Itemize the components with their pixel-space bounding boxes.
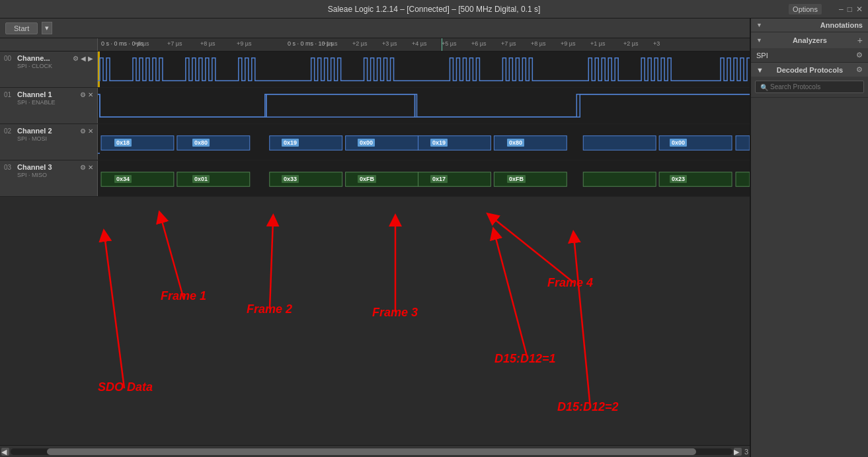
- svg-line-23: [494, 233, 528, 359]
- decoded-protocols-header[interactable]: ▼ Decoded Protocols ⚙: [751, 63, 868, 77]
- mosi-label-0x19b: 0x19: [430, 139, 448, 147]
- channel-nav-right-icon-0[interactable]: ▶: [88, 55, 93, 62]
- search-protocols-container: 🔍: [751, 77, 868, 97]
- ruler-tick-r3: +3 µs: [382, 40, 397, 47]
- decoded-triangle-icon: ▼: [756, 66, 764, 74]
- spi-analyzer-gear-icon[interactable]: ⚙: [856, 51, 863, 59]
- channel-num-3: 03: [4, 164, 15, 171]
- ruler-tick-8: +8 µs: [200, 40, 215, 47]
- channel-label-3: 03 Channel 3 ⚙ ✕ SPI · MISO: [0, 160, 98, 196]
- analyzers-section: ▼ Analyzers + SPI ⚙: [751, 32, 868, 63]
- svg-rect-13: [418, 172, 491, 187]
- channel-num-1: 01: [4, 91, 15, 98]
- channel-close-icon-2[interactable]: ✕: [88, 127, 93, 135]
- channel-settings-icon-0[interactable]: ⚙: [73, 55, 79, 62]
- channel-nav-left-icon-0[interactable]: ◀: [81, 55, 86, 62]
- svg-line-22: [104, 235, 124, 388]
- ruler-tick-9: +9 µs: [237, 40, 251, 47]
- channel-close-icon-3[interactable]: ✕: [88, 164, 93, 171]
- add-analyzer-button[interactable]: +: [857, 35, 863, 46]
- channel-waveform-3: 0x34 0x01 0x33 0xFB 0x17 0xFB 0x23: [98, 160, 750, 196]
- channel-settings-icon-3[interactable]: ⚙: [80, 164, 86, 171]
- channel-close-icon-1[interactable]: ✕: [88, 91, 93, 98]
- analyzers-title: Analyzers: [793, 36, 827, 44]
- decoded-protocols-gear-icon[interactable]: ⚙: [856, 65, 863, 74]
- ruler-tick-r12: +3: [653, 40, 660, 47]
- mosi-label-0x00b: 0x00: [670, 139, 687, 147]
- ruler-tick-r5: +5 µs: [442, 40, 456, 47]
- channel-name-0: Channe...: [17, 54, 50, 62]
- page-number: 3: [744, 448, 748, 456]
- start-button[interactable]: Start: [5, 22, 38, 34]
- channel-waveform-0: [98, 52, 750, 87]
- maximize-button[interactable]: □: [848, 5, 852, 14]
- arrows-svg: [98, 197, 750, 432]
- svg-rect-1: [177, 136, 250, 151]
- close-button[interactable]: ✕: [856, 5, 863, 14]
- annotation-overlay: Frame 1 Frame 2 Frame 3 Frame 4 SDO Data…: [98, 197, 750, 432]
- mosi-label-0x18: 0x18: [114, 139, 132, 147]
- channel-sub-3: SPI · MISO: [17, 172, 93, 178]
- right-panel: ▼ Annotations ▼ Analyzers + SPI ⚙ ▼ Deco…: [750, 18, 868, 457]
- d15d12-2-label: D15:D12=2: [557, 400, 619, 414]
- miso-label-0x17: 0x17: [430, 175, 448, 183]
- frame2-label: Frame 2: [247, 302, 292, 316]
- scroll-right-btn[interactable]: ▶: [734, 448, 742, 456]
- window-controls: – □ ✕: [839, 5, 863, 14]
- channel-settings-icon-2[interactable]: ⚙: [80, 127, 86, 135]
- channel-settings-icon-1[interactable]: ⚙: [80, 91, 86, 98]
- svg-rect-8: [736, 136, 750, 151]
- svg-rect-11: [270, 172, 342, 187]
- channel-row-2: 02 Channel 2 ⚙ ✕ SPI · MOSI: [0, 124, 750, 160]
- channel-labels-header: [0, 38, 98, 51]
- d15d12-1-label: D15:D12=1: [494, 352, 556, 366]
- channel-name-1: Channel 1: [17, 90, 52, 98]
- ruler-tick-r11: +2 µs: [623, 40, 638, 47]
- title-bar: Saleae Logic 1.2.14 – [Connected] – [500…: [0, 0, 868, 18]
- time-ruler-container: 0 s · 0 ms · 0 µs +6 µs +7 µs +8 µs +9 µ…: [0, 38, 750, 52]
- analyzers-header[interactable]: ▼ Analyzers +: [751, 32, 868, 48]
- frame3-label: Frame 3: [372, 306, 418, 320]
- app-title: Saleae Logic 1.2.14 – [Connected] – [500…: [328, 5, 541, 14]
- miso-label-0x01: 0x01: [192, 175, 210, 183]
- mosi-label-0x00: 0x00: [358, 139, 375, 147]
- channel-waveform-2: 0x18 0x80 0x19 0x00 0x19 0x80 0x00: [98, 124, 750, 160]
- cursor-line: [442, 38, 442, 51]
- options-button[interactable]: Options: [789, 4, 822, 15]
- scrollbar-thumb[interactable]: [47, 448, 697, 455]
- svg-rect-3: [346, 136, 418, 151]
- miso-label-0x23: 0x23: [670, 175, 687, 183]
- scroll-left-btn[interactable]: ◀: [1, 448, 9, 456]
- svg-rect-14: [494, 172, 567, 187]
- miso-label-0xfbb: 0xFB: [507, 175, 526, 183]
- channel-sub-2: SPI · MOSI: [17, 135, 93, 142]
- spi-analyzer-item: SPI ⚙: [751, 48, 868, 62]
- search-icon: 🔍: [760, 83, 768, 90]
- enable-waveform-svg2: [98, 88, 750, 123]
- svg-rect-0: [101, 136, 174, 151]
- frame4-label: Frame 4: [547, 276, 593, 290]
- search-protocols-input[interactable]: [755, 81, 864, 93]
- svg-rect-6: [583, 136, 656, 151]
- channel-name-3: Channel 3: [17, 163, 52, 171]
- clock-waveform-svg: [98, 52, 750, 87]
- toolbar: Start ▾: [0, 18, 750, 38]
- minimize-button[interactable]: –: [839, 5, 844, 14]
- annotations-header[interactable]: ▼ Annotations: [751, 18, 868, 32]
- search-icon-wrap: 🔍: [755, 81, 864, 93]
- miso-label-0x33: 0x33: [282, 175, 299, 183]
- ruler-tick-r1: +1 µs: [323, 40, 337, 47]
- scrollbar-track[interactable]: [11, 448, 732, 455]
- start-arrow-button[interactable]: ▾: [42, 22, 52, 34]
- analyzers-triangle-icon: ▼: [756, 37, 762, 44]
- ruler-tick-r2: +2 µs: [352, 40, 367, 47]
- ruler-tick-r8: +8 µs: [531, 40, 545, 47]
- channel-row-3: 03 Channel 3 ⚙ ✕ SPI · MISO: [0, 160, 750, 197]
- channel-sub-1: SPI · ENABLE: [17, 99, 93, 106]
- svg-line-24: [574, 236, 590, 408]
- frame1-label: Frame 1: [161, 289, 206, 303]
- channel-label-2: 02 Channel 2 ⚙ ✕ SPI · MOSI: [0, 124, 98, 160]
- miso-label-0x34: 0x34: [114, 175, 132, 183]
- annotations-section: ▼ Annotations: [751, 18, 868, 32]
- channel-num-2: 02: [4, 127, 15, 135]
